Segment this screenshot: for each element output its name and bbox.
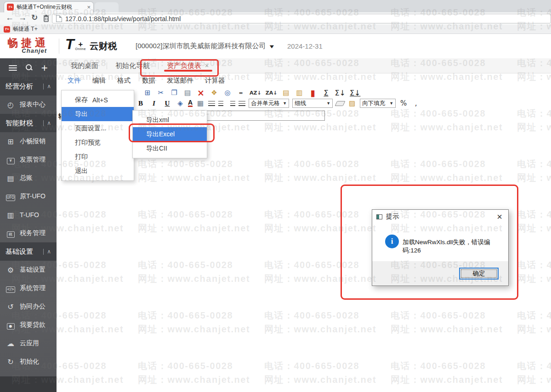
tab-separator <box>107 62 107 69</box>
tab-close-icon[interactable]: × <box>205 62 209 69</box>
indent-icon[interactable] <box>239 101 245 106</box>
screen: T+ 畅捷通T+Online云财税 × ← → ↻ 127.0.0.1:88/t… <box>0 0 551 392</box>
menu-编辑[interactable]: 编辑 <box>92 76 106 85</box>
sidebar-item-我要贷款[interactable]: ●我要贷款 <box>0 316 57 334</box>
sidebar-item-label: 报表中心 <box>20 101 45 109</box>
chevron-up-icon[interactable]: ∧ <box>47 120 51 126</box>
line-style-select[interactable]: 细线▼ <box>292 99 333 108</box>
bold-button[interactable]: B <box>136 100 146 107</box>
company-selector[interactable]: [000002]深圳市凯美威新能源科技有限公司 ▼ <box>136 42 274 50</box>
merge-cells-select[interactable]: 合并单元格▼ <box>249 99 289 108</box>
underline-button[interactable]: U <box>162 100 172 107</box>
paste-options-icon[interactable]: ▤ <box>183 88 192 97</box>
search-icon[interactable] <box>26 64 33 71</box>
delete-icon[interactable]: × <box>196 88 205 97</box>
properties-icon[interactable]: ▨ <box>347 99 357 108</box>
dialog-titlebar[interactable]: 提示 × <box>372 210 508 224</box>
file-menu-item-打印预览[interactable]: 打印预览 <box>62 135 134 150</box>
workspace-tab-我的桌面[interactable]: 我的桌面 <box>65 58 104 73</box>
select-range-icon[interactable]: ⊞ <box>143 88 152 97</box>
collapse-control[interactable]: ∧ <box>43 248 51 255</box>
dialog-close-icon[interactable]: × <box>495 212 504 221</box>
url-text[interactable]: 127.0.0.1:88/tplus/view/portal/portal.ht… <box>65 15 181 22</box>
menu-collapse-icon[interactable] <box>9 65 17 71</box>
italic-button[interactable]: I <box>149 100 159 107</box>
submenu-item-导出xml[interactable]: 导出xml <box>133 113 207 127</box>
paste-value-icon[interactable]: ▥ <box>295 88 304 97</box>
comma-format-icon[interactable]: , <box>411 99 420 108</box>
paste-format-icon[interactable]: ▤ <box>281 88 290 97</box>
cut-icon[interactable]: ✂ <box>156 88 165 97</box>
sum-col-icon[interactable]: Σ↓ <box>350 88 361 97</box>
menu-文件[interactable]: 文件 <box>68 76 81 85</box>
trash-icon[interactable] <box>43 15 49 24</box>
tab-close-icon[interactable]: × <box>87 4 91 10</box>
sidebar-group-header[interactable]: 基础设置∧ <box>0 242 57 261</box>
new-tab-button[interactable] <box>95 2 119 12</box>
browser-tab[interactable]: T+ 畅捷通T+Online云财税 × <box>4 1 94 12</box>
sort-asc-icon[interactable]: AZ↓ <box>250 88 261 97</box>
menu-数据[interactable]: 数据 <box>142 76 155 85</box>
collapse-control[interactable]: ∧ <box>43 83 51 90</box>
sidebar-group-header[interactable]: 智能财税∧ <box>0 114 57 132</box>
sum-row-icon[interactable]: Σ↓ <box>335 88 346 97</box>
sidebar-item-原T-UFO[interactable]: UFO原T-UFO <box>0 187 57 206</box>
file-menu-item-导出[interactable]: 导出 <box>62 107 134 121</box>
sum-icon[interactable]: Σ <box>321 88 330 97</box>
sidebar-item-总账[interactable]: ▤总账 <box>0 169 57 187</box>
expense-icon: ⊞ <box>6 137 16 146</box>
sidebar-item-初始化[interactable]: ↻初始化 <box>0 353 57 371</box>
sidebar-group-header[interactable]: 经营分析∧ <box>0 77 57 95</box>
eraser-icon[interactable] <box>335 101 346 106</box>
menu-计算器[interactable]: 计算器 <box>205 76 225 85</box>
report-book-icon[interactable]: ▮ <box>308 88 317 97</box>
edit-cell-icon[interactable]: = <box>236 88 245 97</box>
sidebar-item-基础设置[interactable]: ⚙基础设置 <box>0 261 57 279</box>
sidebar-item-云应用[interactable]: ☁云应用 <box>0 334 57 353</box>
font-color-icon[interactable]: A <box>188 100 193 107</box>
percent-format-icon[interactable]: % <box>399 99 408 108</box>
sidebar-item-报表中心[interactable]: ◴报表中心 <box>0 95 57 114</box>
file-menu-item-页面设置...[interactable]: 页面设置... <box>62 121 134 135</box>
bookmark-label[interactable]: 畅捷通 T+ <box>13 25 38 33</box>
find-icon[interactable]: ◎ <box>223 88 232 97</box>
fill-color-icon[interactable]: ◈ <box>176 99 185 108</box>
align-right-icon[interactable] <box>228 101 235 106</box>
collapse-control[interactable]: ∧ <box>43 120 51 126</box>
align-left-icon[interactable] <box>208 101 215 106</box>
file-menu-item-保存[interactable]: 保存Alt+S <box>62 93 134 107</box>
sidebar-item-税务管理[interactable]: 税税务管理 <box>0 224 57 242</box>
add-icon[interactable]: + <box>41 64 48 72</box>
back-icon[interactable]: ← <box>6 13 14 22</box>
submenu-item-导出Excel[interactable]: 导出Excel <box>133 127 207 141</box>
align-center-icon[interactable] <box>218 101 225 106</box>
logo-t: T <box>65 37 74 51</box>
submenu-item-导出CII[interactable]: 导出CII <box>133 141 207 156</box>
menu-格式[interactable]: 格式 <box>117 76 131 85</box>
fill-direction-select[interactable]: 向下填充▼ <box>360 99 396 108</box>
sidebar-item-协同办公[interactable]: ↺协同办公 <box>0 297 57 316</box>
workspace-tab-初始化导航[interactable]: 初始化导航 <box>110 58 155 73</box>
accounting-date[interactable]: 2024-12-31 <box>287 42 323 50</box>
chevron-up-icon[interactable]: ∧ <box>47 248 51 255</box>
format-painter-icon[interactable]: ❖ <box>210 88 219 97</box>
copy-icon[interactable]: ❐ <box>170 88 179 97</box>
sidebar-item-发票管理[interactable]: ¥发票管理 <box>0 151 57 169</box>
tab-separator <box>158 62 159 69</box>
menu-item-label: 打印预览 <box>75 139 101 147</box>
sort-desc-icon[interactable]: ZA↓ <box>266 88 278 97</box>
reload-icon[interactable]: ↻ <box>31 13 38 22</box>
workspace-tab-资产负债表[interactable]: 资产负债表× <box>161 58 214 73</box>
file-menu-item-退出[interactable]: 退出 <box>62 164 134 178</box>
forward-icon[interactable]: → <box>18 13 27 22</box>
address-bar[interactable]: 127.0.0.1:88/tplus/view/portal/portal.ht… <box>52 14 551 23</box>
ok-button[interactable]: 确定 <box>459 268 499 280</box>
chevron-up-icon[interactable]: ∧ <box>47 83 51 90</box>
sidebar-item-小畅报销[interactable]: ⊞小畅报销 <box>0 132 57 151</box>
info-icon: i <box>385 235 399 248</box>
file-menu-item-打印[interactable]: 打印 <box>62 150 134 164</box>
menu-发送邮件[interactable]: 发送邮件 <box>167 76 193 85</box>
sidebar-item-系统管理[interactable]: </>系统管理 <box>0 279 57 297</box>
sidebar-item-T-UFO[interactable]: ▥T-UFO <box>0 206 57 224</box>
borders-icon[interactable]: ▦ <box>196 99 205 108</box>
